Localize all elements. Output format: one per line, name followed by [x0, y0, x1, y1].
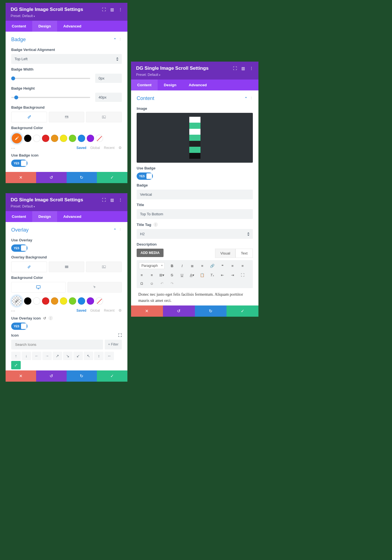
swatch-blue[interactable]	[78, 297, 85, 305]
icon-arrow-left[interactable]: ←	[32, 352, 41, 360]
tab-design[interactable]: Design	[32, 21, 57, 32]
tab-design[interactable]: Design	[32, 211, 57, 222]
cancel-button[interactable]: ✕	[6, 172, 36, 183]
expand-icon[interactable]: ⛶	[233, 66, 237, 71]
align-justify-icon[interactable]: ≡	[149, 272, 155, 277]
swatch-none[interactable]	[96, 135, 103, 142]
icon-arrow-up[interactable]: ↑	[11, 352, 21, 360]
save-button[interactable]: ✓	[97, 370, 127, 382]
underline-icon[interactable]: U	[179, 272, 185, 277]
swatch-none[interactable]	[96, 297, 103, 305]
bold-icon[interactable]: B	[169, 263, 175, 268]
more-icon[interactable]: ⋮	[118, 198, 122, 202]
palette-saved[interactable]: Saved	[76, 309, 86, 312]
swatch-purple[interactable]	[87, 297, 94, 305]
swatch-purple[interactable]	[87, 135, 94, 142]
redo-button[interactable]: ↻	[195, 305, 227, 317]
color-picker-trigger[interactable]	[11, 295, 22, 307]
search-icons-input[interactable]	[11, 340, 103, 349]
link-icon[interactable]: 🔗	[209, 263, 215, 268]
swatch-black[interactable]	[24, 135, 31, 142]
chevron-up-icon[interactable]: ⌃	[113, 38, 116, 42]
gear-icon[interactable]: ⚙	[118, 146, 122, 150]
tab-design[interactable]: Design	[158, 80, 183, 90]
expand-field-icon[interactable]: ⛶	[118, 333, 122, 337]
columns-icon[interactable]: ▥	[110, 198, 114, 202]
bg-tab-gradient[interactable]	[49, 262, 85, 272]
special-char-icon[interactable]: Ω	[139, 281, 144, 286]
chevron-up-icon[interactable]: ⌃	[113, 228, 116, 232]
icon-arrows-alt[interactable]: ⤢	[11, 361, 21, 369]
responsive-tab-desktop[interactable]	[11, 282, 66, 293]
columns-icon[interactable]: ▥	[241, 66, 245, 71]
input-title[interactable]	[137, 209, 253, 219]
undo-button[interactable]: ↺	[36, 370, 67, 382]
select-vertical-alignment[interactable]: Top Left	[11, 54, 122, 64]
icon-arrow-se[interactable]: ↘	[63, 352, 73, 360]
tab-content[interactable]: Content	[131, 80, 158, 90]
swatch-yellow[interactable]	[60, 297, 67, 305]
more-icon[interactable]: ⋮	[249, 66, 253, 71]
bg-tab-image[interactable]	[86, 112, 122, 122]
tab-content[interactable]: Content	[6, 211, 32, 222]
field-more-icon[interactable]: ⋮	[153, 222, 158, 227]
paste-icon[interactable]: 📋	[199, 272, 205, 277]
swatch-lime[interactable]	[69, 297, 76, 305]
section-more-icon[interactable]: ⋮	[119, 38, 122, 42]
preset-label[interactable]: Preset: Default	[11, 204, 122, 208]
section-header[interactable]: Badge ⌃⋮	[11, 35, 122, 44]
tab-advanced[interactable]: Advanced	[57, 21, 88, 32]
swatch-blue[interactable]	[78, 135, 85, 142]
icon-arrow-right[interactable]: →	[42, 352, 52, 360]
editor-tab-text[interactable]: Text	[235, 249, 253, 258]
toggle-use-badge-icon[interactable]: YES	[11, 160, 27, 167]
icon-arrows-h[interactable]: ↔	[104, 352, 114, 360]
input-badge[interactable]	[137, 190, 253, 199]
indent-icon[interactable]: ⇥	[230, 272, 235, 277]
responsive-tab-hover[interactable]	[67, 282, 122, 293]
editor-content[interactable]: Donec nec justo eget felis facilisis fer…	[137, 288, 253, 304]
swatch-white[interactable]	[33, 297, 40, 305]
fullscreen-icon[interactable]: ⛶	[240, 272, 245, 277]
icon-arrow-down[interactable]: ↓	[22, 352, 31, 360]
tab-content[interactable]: Content	[6, 21, 32, 32]
clear-format-icon[interactable]: Tₓ	[209, 272, 215, 277]
format-select[interactable]: Paragraph	[139, 262, 165, 269]
preset-label[interactable]: Preset: Default	[136, 73, 253, 77]
swatch-red[interactable]	[42, 297, 49, 305]
undo-editor-icon[interactable]: ↶	[159, 281, 165, 286]
field-more-icon[interactable]: ⋮	[48, 316, 53, 320]
outdent-icon[interactable]: ⇤	[220, 272, 225, 277]
section-more-icon[interactable]: ⋮	[119, 228, 122, 232]
swatch-more[interactable]: •••	[11, 310, 15, 312]
expand-icon[interactable]: ⛶	[102, 7, 106, 12]
image-preview[interactable]	[137, 113, 253, 163]
italic-icon[interactable]: I	[179, 263, 185, 268]
align-left-icon[interactable]: ≡	[230, 263, 235, 268]
chevron-up-icon[interactable]: ⌃	[244, 96, 248, 101]
select-title-tag[interactable]: H2	[137, 229, 253, 239]
bg-tab-gradient[interactable]	[49, 112, 85, 122]
align-center-icon[interactable]: ≡	[240, 263, 245, 268]
filter-button[interactable]: + Filter	[105, 340, 122, 349]
save-button[interactable]: ✓	[227, 305, 258, 317]
slider-badge-width[interactable]	[11, 78, 90, 79]
align-right-icon[interactable]: ≡	[139, 272, 144, 277]
reset-icon[interactable]: ↺	[43, 316, 46, 320]
palette-global[interactable]: Global	[90, 309, 100, 312]
toggle-use-badge[interactable]: YES	[137, 172, 153, 180]
icon-arrow-ne[interactable]: ↗	[53, 352, 62, 360]
swatch-white[interactable]	[33, 135, 40, 142]
strikethrough-icon[interactable]: S	[169, 272, 175, 277]
tab-advanced[interactable]: Advanced	[57, 211, 88, 222]
swatch-lime[interactable]	[69, 135, 76, 142]
section-header[interactable]: Overlay ⌃⋮	[11, 225, 122, 235]
toggle-use-overlay-icon[interactable]: YES	[11, 323, 27, 330]
redo-button[interactable]: ↻	[67, 172, 97, 183]
toggle-use-overlay[interactable]: YES	[11, 244, 27, 252]
swatch-orange[interactable]	[51, 297, 58, 305]
editor-tab-visual[interactable]: Visual	[215, 249, 235, 258]
icon-arrow-sw[interactable]: ↙	[73, 352, 83, 360]
slider-badge-height[interactable]	[11, 97, 90, 98]
swatch-black[interactable]	[24, 297, 31, 305]
